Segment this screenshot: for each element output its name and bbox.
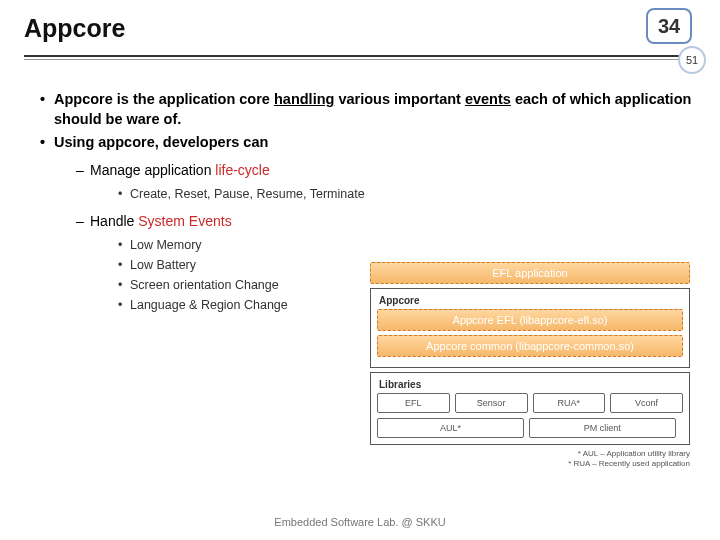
diagram-lib-row-2: AUL* PM client (377, 418, 683, 438)
architecture-diagram: EFL application Appcore Appcore EFL (lib… (370, 262, 690, 468)
diagram-appcore-group: Appcore Appcore EFL (libappcore-efl.so) … (370, 288, 690, 368)
diagram-libraries-label: Libraries (379, 379, 683, 390)
slide-header: Appcore (0, 0, 720, 49)
diagram-appcore-label: Appcore (379, 295, 683, 306)
diagram-lib: Sensor (455, 393, 528, 413)
diagram-lib: AUL* (377, 418, 524, 438)
list-item: Create, Reset, Pause, Resume, Terminate (118, 186, 692, 203)
diagram-lib: RUA* (533, 393, 606, 413)
divider-thick (24, 55, 696, 57)
lifecycle-items: Create, Reset, Pause, Resume, Terminate (90, 186, 692, 203)
diagram-lib: EFL (377, 393, 450, 413)
diagram-libraries-group: Libraries EFL Sensor RUA* Vconf AUL* PM … (370, 372, 690, 445)
diagram-lib-row-1: EFL Sensor RUA* Vconf (377, 393, 683, 413)
diagram-appcore-common: Appcore common (libappcore-common.so) (377, 335, 683, 357)
diagram-lib: Vconf (610, 393, 683, 413)
slide-title: Appcore (24, 14, 696, 43)
diagram-footnote: * AUL – Application utility library * RU… (370, 449, 690, 468)
page-number-badge: 34 (646, 8, 692, 44)
list-item: Low Memory (118, 237, 692, 254)
sub-lifecycle: Manage application life-cycle Create, Re… (76, 161, 692, 203)
diagram-appcore-efl: Appcore EFL (libappcore-efl.so) (377, 309, 683, 331)
slide-footer: Embedded Software Lab. @ SKKU (0, 516, 720, 528)
sub-number-badge: 51 (678, 46, 706, 74)
diagram-app-layer: EFL application (370, 262, 690, 284)
bullet-1: Appcore is the application core handling… (40, 90, 692, 129)
diagram-lib: PM client (529, 418, 676, 438)
